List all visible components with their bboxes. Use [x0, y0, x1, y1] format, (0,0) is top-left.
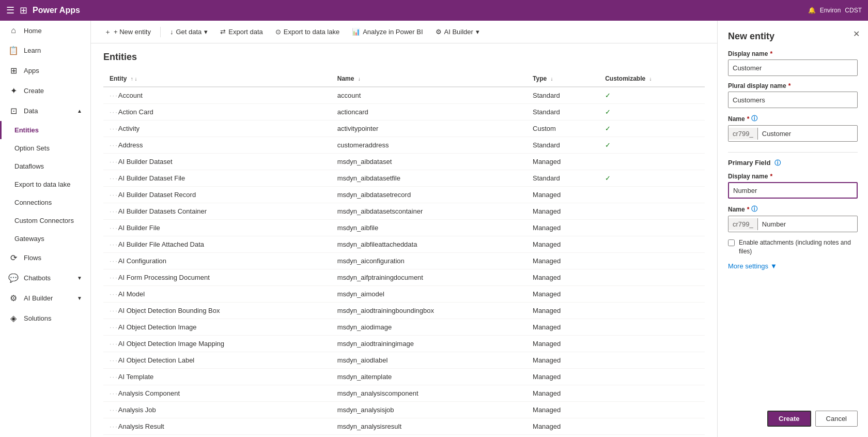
entity-cell: ···AI Object Detection Image [103, 319, 331, 336]
sidebar-item-label: Entities [14, 126, 39, 134]
sidebar-item-ai-builder[interactable]: ⚙ AI Builder ▼ [0, 288, 90, 308]
display-name-input[interactable] [728, 59, 858, 76]
dots-menu[interactable]: ··· [110, 257, 118, 265]
entity-type: Managed [526, 336, 599, 352]
hamburger-icon[interactable]: ☰ [6, 5, 14, 16]
plus-icon: ＋ [104, 27, 111, 37]
name-input[interactable] [758, 128, 857, 140]
dots-menu[interactable]: ··· [110, 406, 118, 414]
dots-menu[interactable]: ··· [110, 207, 118, 215]
new-entity-button[interactable]: ＋ + New entity [99, 24, 156, 40]
sidebar-item-option-sets[interactable]: Option Sets [0, 139, 90, 157]
check-icon: ✓ [605, 141, 611, 149]
export-data-button[interactable]: ⇄ Export data [215, 25, 268, 39]
more-settings-toggle[interactable]: More settings ▼ [728, 262, 858, 270]
sidebar-item-connections[interactable]: Connections [0, 193, 90, 212]
entity-customizable [599, 402, 705, 418]
dots-menu[interactable]: ··· [110, 174, 118, 182]
table-row: ···AI Configurationmsdyn_aiconfiguration… [103, 253, 705, 269]
get-data-button[interactable]: ↓ Get data ▾ [165, 25, 213, 39]
export-lake-button[interactable]: ⊙ Export to data lake [270, 25, 345, 39]
col-type[interactable]: Type ↓ [526, 71, 599, 87]
entity-name: Action Card [118, 108, 153, 116]
cancel-button[interactable]: Cancel [815, 411, 858, 427]
dots-menu[interactable]: ··· [110, 158, 118, 165]
sidebar-item-solutions[interactable]: ◈ Solutions [0, 308, 90, 328]
sidebar-item-gateways[interactable]: Gateways [0, 230, 90, 248]
sidebar-item-create[interactable]: ✦ Create [0, 81, 90, 101]
primary-field-info-icon[interactable]: ⓘ [774, 159, 781, 167]
flows-icon: ⟳ [8, 253, 19, 263]
sidebar-item-learn[interactable]: 📋 Learn [0, 40, 90, 61]
primary-name-info-icon[interactable]: ⓘ [751, 205, 757, 214]
entity-type: Managed [526, 269, 599, 286]
notification-icon[interactable]: 🔔 [808, 7, 816, 14]
col-customizable[interactable]: Customizable ↓ [599, 71, 705, 87]
create-button[interactable]: Create [767, 411, 811, 427]
enable-attachments-checkbox[interactable] [728, 239, 735, 246]
sidebar-item-entities[interactable]: Entities [0, 121, 90, 139]
sidebar: ⌂ Home 📋 Learn ⊞ Apps ✦ Create ⊡ Data ▲ … [0, 21, 91, 437]
sidebar-item-dataflows[interactable]: Dataflows [0, 157, 90, 175]
dots-menu[interactable]: ··· [110, 389, 118, 397]
panel-footer: Create Cancel [728, 402, 858, 427]
ai-builder-button[interactable]: ⚙ AI Builder ▾ [430, 25, 485, 39]
dots-menu[interactable]: ··· [110, 141, 118, 149]
dots-menu[interactable]: ··· [110, 125, 118, 132]
entity-name: AI Builder File Attached Data [118, 240, 204, 248]
table-row: ···ActivityactivitypointerCustom✓ [103, 120, 705, 137]
required-mark4: * [770, 173, 772, 180]
ai-icon: ⚙ [436, 28, 442, 36]
sidebar-item-label: Apps [24, 67, 39, 74]
entity-cell: ···AI Template [103, 369, 331, 385]
plural-display-name-label: Plural display name * [728, 82, 858, 89]
entity-name: AI Builder Dataset [118, 158, 173, 165]
entity-type: Standard [526, 170, 599, 187]
sidebar-item-home[interactable]: ⌂ Home [0, 21, 90, 40]
info-icon[interactable]: ⓘ [751, 114, 757, 123]
primary-display-name-input[interactable] [728, 182, 858, 199]
col-entity[interactable]: Entity ↑ ↓ [103, 71, 331, 87]
dots-menu[interactable]: ··· [110, 240, 118, 248]
entity-name-col: msdyn_aibfileattacheddata [331, 236, 526, 253]
entity-name-col: msdyn_aimodel [331, 286, 526, 303]
table-row: ···AI Form Processing Documentmsdyn_aifp… [103, 269, 705, 286]
sidebar-item-label: Data [24, 107, 38, 115]
dots-menu[interactable]: ··· [110, 340, 118, 348]
dots-menu[interactable]: ··· [110, 356, 118, 364]
entity-type: Managed [526, 402, 599, 418]
entity-customizable [599, 369, 705, 385]
sidebar-item-chatbots[interactable]: 💬 Chatbots ▼ [0, 268, 90, 288]
dots-menu[interactable]: ··· [110, 274, 118, 281]
primary-name-input[interactable] [758, 218, 857, 230]
dots-menu[interactable]: ··· [110, 323, 118, 331]
dots-menu[interactable]: ··· [110, 307, 118, 314]
analyze-bi-button[interactable]: 📊 Analyze in Power BI [347, 25, 428, 39]
entity-name: AI Model [118, 290, 145, 298]
col-name[interactable]: Name ↓ [331, 71, 526, 87]
entity-customizable: ✓ [599, 120, 705, 137]
dots-menu[interactable]: ··· [110, 191, 118, 199]
dots-menu[interactable]: ··· [110, 373, 118, 381]
dots-menu[interactable]: ··· [110, 290, 118, 298]
sidebar-item-data[interactable]: ⊡ Data ▲ [0, 101, 90, 121]
sidebar-item-custom-connectors[interactable]: Custom Connectors [0, 212, 90, 230]
dots-menu[interactable]: ··· [110, 224, 118, 232]
plural-display-name-input[interactable] [728, 92, 858, 108]
entity-customizable: ✓ [599, 104, 705, 120]
divider1 [728, 152, 858, 153]
entity-cell: ···AI Object Detection Label [103, 352, 331, 369]
sidebar-item-export-lake[interactable]: Export to data lake [0, 175, 90, 193]
close-button[interactable]: ✕ [853, 29, 860, 39]
entity-cell: ···Account [103, 87, 331, 104]
entity-type: Managed [526, 187, 599, 203]
sidebar-item-apps[interactable]: ⊞ Apps [0, 61, 90, 81]
entity-customizable [599, 269, 705, 286]
sidebar-item-label: Chatbots [24, 274, 51, 282]
dots-menu[interactable]: ··· [110, 92, 118, 99]
dots-menu[interactable]: ··· [110, 108, 118, 116]
sidebar-item-flows[interactable]: ⟳ Flows [0, 248, 90, 268]
entity-cell: ···AI Builder Dataset Record [103, 187, 331, 203]
entity-name-col: msdyn_aibfile [331, 220, 526, 236]
dots-menu[interactable]: ··· [110, 423, 118, 430]
